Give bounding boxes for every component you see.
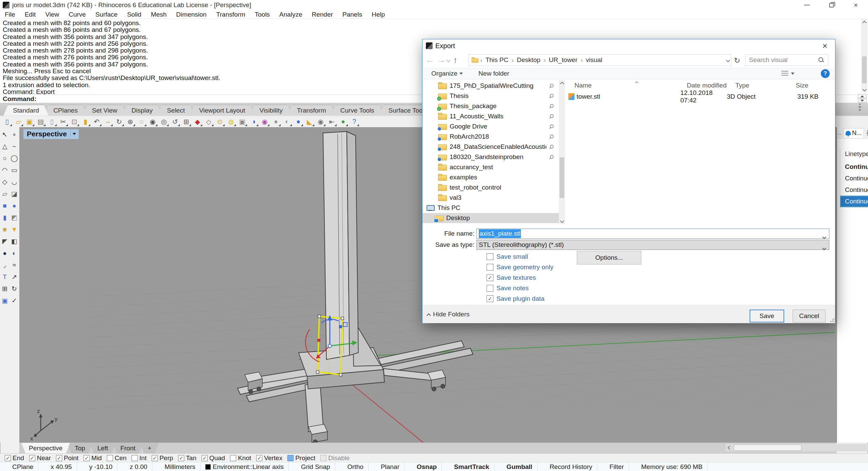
- toolbar-icon[interactable]: ▮: [80, 117, 91, 126]
- hide-folders-button[interactable]: Hide Folders: [427, 311, 470, 318]
- sidebar-tool-icon[interactable]: ✓: [10, 295, 19, 307]
- viewport-label[interactable]: Perspective: [23, 129, 79, 139]
- command-spin-up[interactable]: [858, 94, 867, 98]
- breadcrumb[interactable]: › This PC›Desktop›UR_tower›visual›: [468, 54, 731, 66]
- menu-item[interactable]: Analyze: [275, 11, 307, 18]
- sidebar-tool-icon[interactable]: ●: [0, 247, 10, 259]
- address-dropdown-icon[interactable]: [726, 58, 730, 62]
- scroll-down-icon[interactable]: [861, 86, 867, 92]
- status-segment[interactable]: Record History: [537, 463, 598, 471]
- toolbar-icon[interactable]: ◑: [248, 117, 259, 126]
- sidebar-tool-icon[interactable]: ◤: [0, 235, 10, 247]
- linetype-row[interactable]: Continu...: [840, 161, 868, 173]
- export-option-checkbox[interactable]: Save geometry only: [487, 263, 553, 271]
- status-segment[interactable]: SmartTrack: [442, 463, 494, 471]
- folder-pane-scrollbar[interactable]: [559, 80, 565, 224]
- recent-locations-icon[interactable]: [446, 58, 451, 62]
- column-header-name[interactable]: Name: [574, 80, 592, 91]
- osnap-toggle[interactable]: Vertex: [256, 454, 282, 462]
- sidebar-tool-icon[interactable]: ↖: [0, 129, 10, 140]
- breadcrumb-item[interactable]: UR_tower›: [549, 56, 586, 64]
- breadcrumb-item[interactable]: This PC›: [486, 56, 517, 64]
- toolbar-icon[interactable]: ◉: [316, 117, 326, 126]
- osnap-toggle[interactable]: Knot: [230, 454, 251, 462]
- folder-item[interactable]: Thesis_package: [422, 101, 559, 111]
- scrollbar-thumb[interactable]: [862, 56, 867, 83]
- sidebar-tool-icon[interactable]: ∘: [10, 129, 19, 140]
- sidebar-tool-icon[interactable]: ▭: [10, 164, 19, 176]
- toolbar-tab[interactable]: CPlanes: [44, 105, 87, 116]
- toolbar-icon[interactable]: ◇: [204, 117, 214, 126]
- file-name-input[interactable]: axis1_plate.stl: [476, 229, 829, 239]
- menu-item[interactable]: View: [40, 11, 64, 18]
- toolbar-icon[interactable]: ▤: [36, 117, 46, 126]
- sidebar-tool-icon[interactable]: ◐: [10, 247, 19, 259]
- scroll-up-icon[interactable]: [861, 19, 867, 25]
- new-folder-button[interactable]: New folder: [478, 70, 509, 77]
- status-segment[interactable]: Planar: [369, 463, 404, 471]
- osnap-toggle[interactable]: End: [5, 454, 24, 462]
- toolbar-icon[interactable]: ⊙: [215, 117, 225, 126]
- toolbar-icon[interactable]: ▯: [2, 117, 12, 126]
- status-segment[interactable]: z 0.00: [117, 463, 152, 471]
- sidebar-tool-icon[interactable]: ◪: [10, 188, 19, 200]
- toolbar-icon[interactable]: ◐: [282, 117, 292, 126]
- breadcrumb-item[interactable]: visual›: [586, 56, 602, 64]
- toolbar-icon[interactable]: ✂: [58, 117, 68, 126]
- folder-item[interactable]: examples: [422, 172, 559, 182]
- menu-item[interactable]: Mesh: [146, 11, 171, 18]
- scroll-down-icon[interactable]: [559, 218, 565, 224]
- scroll-left-icon[interactable]: [728, 446, 732, 450]
- save-as-type-select[interactable]: STL (Stereolithography) (*.stl): [476, 240, 829, 250]
- linetype-row[interactable]: Continuo...: [840, 196, 868, 207]
- toolbar-icon[interactable]: ●: [293, 117, 303, 126]
- toolbar-icon[interactable]: ●: [338, 117, 348, 126]
- sidebar-tool-icon[interactable]: △: [0, 140, 10, 152]
- folder-item[interactable]: 175_PhD_SpatialWireCutting: [422, 81, 559, 91]
- osnap-toggle[interactable]: Cen: [107, 454, 127, 462]
- viewport-tab[interactable]: Perspective: [21, 443, 70, 453]
- toolbar-tab[interactable]: Select: [157, 105, 194, 116]
- folder-item[interactable]: Thesis: [422, 91, 559, 101]
- toolbar-icon[interactable]: ◍: [226, 117, 236, 126]
- linetype-row[interactable]: Continuo...: [840, 184, 868, 196]
- menu-item[interactable]: File: [0, 11, 20, 18]
- export-option-checkbox[interactable]: Save notes: [487, 284, 553, 292]
- gear-icon[interactable]: [867, 130, 868, 136]
- toolbar-tab[interactable]: Curve Tools: [331, 105, 384, 116]
- linetype-row[interactable]: Continuo...: [840, 173, 868, 184]
- scroll-up-icon[interactable]: [559, 80, 565, 86]
- folder-item[interactable]: 11_Acoustic_Walls: [422, 111, 559, 121]
- folder-item[interactable]: 248_DataScienceEnabledAcousticDesign: [422, 142, 559, 152]
- status-segment[interactable]: Filter: [597, 463, 629, 471]
- toolbar-icon[interactable]: ↺: [170, 117, 180, 126]
- cancel-button[interactable]: Cancel: [793, 310, 826, 322]
- toolbar-tab[interactable]: Viewport Layout: [190, 105, 255, 116]
- viewport-tab[interactable]: +: [140, 443, 159, 453]
- minimize-button[interactable]: [795, 0, 819, 10]
- menu-item[interactable]: Tools: [250, 11, 275, 18]
- linetype-header[interactable]: Linetype: [840, 148, 868, 161]
- toolbar-options-button[interactable]: [858, 105, 861, 111]
- sidebar-tool-icon[interactable]: T: [0, 271, 10, 283]
- folder-item[interactable]: val3: [422, 193, 559, 203]
- sidebar-tool-icon[interactable]: ◧: [10, 235, 19, 247]
- command-spin-down[interactable]: [858, 98, 867, 103]
- command-scrollbar[interactable]: [861, 19, 867, 92]
- search-input[interactable]: Search visual: [749, 56, 818, 64]
- sidebar-tool-icon[interactable]: ↻: [10, 283, 19, 295]
- toolbar-icon[interactable]: ●: [271, 117, 281, 126]
- sidebar-tool-icon[interactable]: ▮: [0, 212, 10, 223]
- toolbar-icon[interactable]: ◆: [192, 117, 203, 126]
- restore-button[interactable]: [819, 0, 844, 10]
- sidebar-tool-icon[interactable]: ⋇: [0, 223, 10, 235]
- export-option-checkbox[interactable]: Save plugin data: [487, 295, 553, 302]
- forward-button[interactable]: →: [437, 55, 446, 65]
- sidebar-tool-icon[interactable]: ▼: [10, 223, 19, 235]
- dialog-close-button[interactable]: ×: [815, 39, 835, 52]
- menu-item[interactable]: Edit: [20, 11, 41, 18]
- osnap-toggle[interactable]: Tan: [178, 454, 196, 462]
- folder-item[interactable]: This PC: [422, 203, 559, 213]
- sidebar-tool-icon[interactable]: ≈: [10, 259, 19, 271]
- toolbar-icon[interactable]: ◣: [304, 117, 315, 126]
